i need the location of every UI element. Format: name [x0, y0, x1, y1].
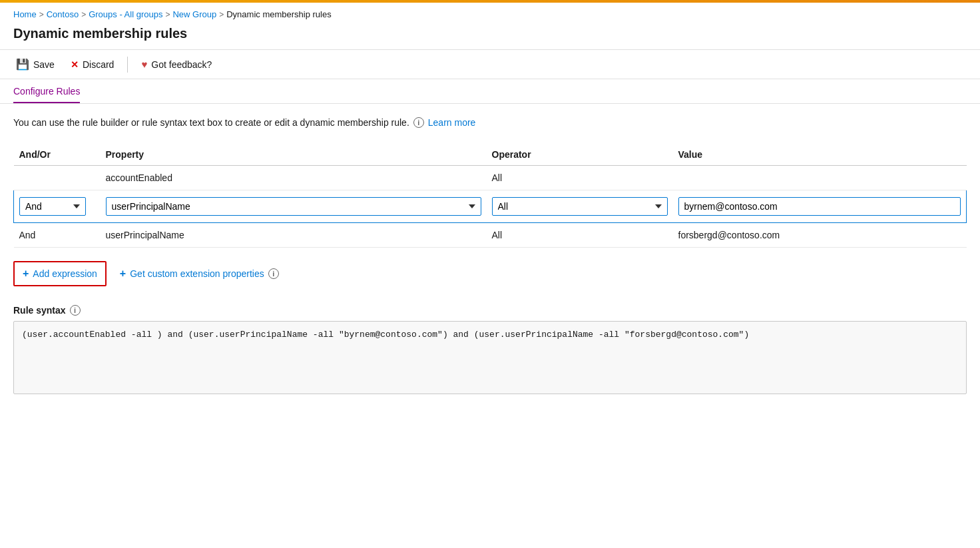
row1-operator: All: [487, 166, 673, 190]
discard-icon: ✕: [71, 59, 79, 70]
row2-property: userPrincipalName: [101, 223, 487, 248]
feedback-icon: ♥: [141, 59, 147, 70]
feedback-label: Got feedback?: [151, 59, 212, 70]
breadcrumb-current: Dynamic membership rules: [226, 9, 332, 19]
add-expression-button[interactable]: + Add expression: [13, 261, 107, 286]
feedback-button[interactable]: ♥ Got feedback?: [138, 56, 214, 73]
get-custom-extension-button[interactable]: + Get custom extension properties i: [120, 268, 279, 280]
value-input[interactable]: [678, 197, 961, 216]
row1-value: [673, 166, 967, 190]
row1-andor: [14, 166, 101, 190]
discard-label: Discard: [83, 59, 114, 70]
edit-property-cell[interactable]: userPrincipalName accountEnabled departm…: [101, 190, 487, 223]
breadcrumb-contoso[interactable]: Contoso: [47, 9, 79, 19]
operator-select[interactable]: All Equals Not Equals Contains: [492, 197, 668, 216]
rule-table: And/Or Property Operator Value accountEn…: [13, 144, 967, 248]
col-header-property: Property: [101, 144, 487, 166]
col-header-andor: And/Or: [14, 144, 101, 166]
row2-andor: And: [14, 223, 101, 248]
andor-select[interactable]: And Or: [19, 197, 86, 216]
rule-syntax-title: Rule syntax: [13, 305, 66, 316]
main-content: You can use the rule builder or rule syn…: [0, 104, 980, 408]
breadcrumb-allgroups[interactable]: Groups - All groups: [89, 9, 162, 19]
add-expression-label: Add expression: [33, 268, 97, 279]
rule-syntax-section: Rule syntax i (user.accountEnabled -all …: [13, 305, 967, 394]
custom-extension-label: Get custom extension properties: [130, 268, 264, 279]
row2-value: forsbergd@contoso.com: [673, 223, 967, 248]
edit-andor-cell[interactable]: And Or: [14, 190, 101, 223]
tabs-bar: Configure Rules: [0, 79, 980, 104]
rule-syntax-box[interactable]: (user.accountEnabled -all ) and (user.us…: [13, 321, 967, 394]
edit-value-cell[interactable]: [673, 190, 967, 223]
edit-operator-cell[interactable]: All Equals Not Equals Contains: [487, 190, 673, 223]
info-text: You can use the rule builder or rule syn…: [13, 117, 967, 128]
breadcrumb-home[interactable]: Home: [13, 9, 37, 19]
custom-extension-info-icon: i: [268, 268, 279, 279]
row1-property: accountEnabled: [101, 166, 487, 190]
row2-operator: All: [487, 223, 673, 248]
discard-button[interactable]: ✕ Discard: [68, 57, 117, 73]
breadcrumb: Home > Contoso > Groups - All groups > N…: [0, 3, 980, 23]
edit-row: And Or userPrincipalName accountEnabled …: [14, 190, 967, 223]
property-select[interactable]: userPrincipalName accountEnabled departm…: [106, 197, 481, 216]
info-icon: i: [413, 117, 424, 128]
col-header-operator: Operator: [487, 144, 673, 166]
add-expression-plus-icon: +: [23, 268, 29, 280]
actions-row: + Add expression + Get custom extension …: [13, 258, 967, 289]
table-row: And userPrincipalName All forsbergd@cont…: [14, 223, 967, 248]
learn-more-link[interactable]: Learn more: [428, 117, 476, 128]
table-row: accountEnabled All: [14, 166, 967, 190]
info-description: You can use the rule builder or rule syn…: [13, 117, 409, 128]
col-header-value: Value: [673, 144, 967, 166]
rule-syntax-info-icon: i: [70, 305, 81, 316]
save-button[interactable]: 💾 Save: [13, 55, 57, 73]
toolbar-divider: [127, 57, 128, 73]
toolbar: 💾 Save ✕ Discard ♥ Got feedback?: [0, 49, 980, 79]
tab-configure-rules[interactable]: Configure Rules: [13, 79, 80, 103]
custom-extension-plus-icon: +: [120, 268, 126, 280]
page-title: Dynamic membership rules: [0, 23, 980, 49]
save-label: Save: [33, 59, 55, 70]
save-icon: 💾: [16, 58, 29, 71]
rule-syntax-label: Rule syntax i: [13, 305, 967, 316]
breadcrumb-newgroup[interactable]: New Group: [172, 9, 216, 19]
